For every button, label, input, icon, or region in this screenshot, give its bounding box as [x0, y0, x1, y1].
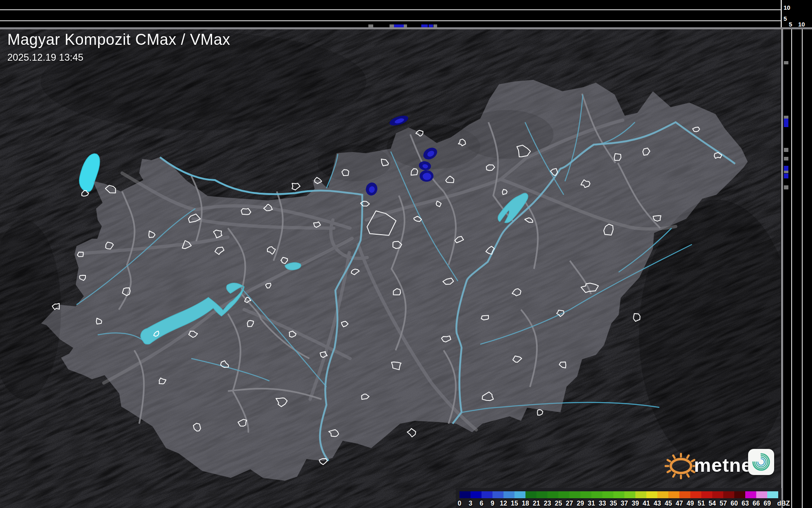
- top-profile-panel: [0, 0, 781, 27]
- colorbar-block: [547, 491, 558, 498]
- timestamp: 2025.12.19 13:45: [7, 52, 230, 63]
- colorbar-block: [723, 491, 734, 498]
- top-axis-label-5: 5: [784, 15, 787, 22]
- radar-echo: [420, 170, 433, 182]
- colorbar-block: [471, 491, 482, 498]
- panel-corner-border: [781, 0, 782, 27]
- colorbar-block: [569, 491, 580, 498]
- colorbar-block: [745, 491, 756, 498]
- top-panel-echo-mark: [394, 24, 404, 27]
- colorbar-block: [657, 491, 668, 498]
- colorbar-block: [635, 491, 646, 498]
- sun-icon: [665, 447, 696, 484]
- colorbar-block: [514, 491, 525, 498]
- top-gridline-5km: [0, 20, 781, 21]
- colorbar-block: [756, 491, 767, 498]
- panel-separator: [0, 27, 812, 29]
- colorbar-block: [536, 491, 547, 498]
- top-panel-echo-mark: [433, 24, 437, 27]
- colorbar-block: [482, 491, 492, 498]
- cyclone-spiral-icon: [748, 449, 774, 475]
- metnet-app-icon: [748, 449, 774, 475]
- title-block: Magyar Kompozit CMax / VMax 2025.12.19 1…: [7, 31, 230, 63]
- right-axis-label-5: 5: [789, 21, 792, 27]
- colorbar-block: [734, 491, 745, 498]
- colorbar-block: [668, 491, 679, 498]
- colorbar-block: [580, 491, 591, 498]
- right-gridline-10km: [802, 29, 803, 508]
- colorbar-block: [613, 491, 624, 498]
- radar-screen: 10 5 5 10 Magyar Kompozit CMax / VMax 20…: [0, 0, 812, 508]
- colorbar-block: [646, 491, 657, 498]
- right-axis-label-10: 10: [798, 21, 805, 27]
- top-panel-echo-mark: [404, 24, 407, 27]
- colorbar-block: [460, 491, 471, 498]
- top-panel-echo-mark: [421, 24, 428, 27]
- top-axis-label-10: 10: [784, 4, 790, 11]
- colorbar-tick-label: 69: [760, 500, 774, 507]
- top-panel-echo-mark: [429, 24, 433, 27]
- colorbar-block: [492, 491, 503, 498]
- colorbar-block: [712, 491, 723, 498]
- colorbar-block: [558, 491, 569, 498]
- right-panel-echo-mark: [784, 119, 788, 127]
- right-panel-echo-mark: [784, 157, 788, 161]
- colorbar-block: [503, 491, 514, 498]
- colorbar-block: [767, 491, 778, 498]
- colorbar-block: [679, 491, 690, 498]
- right-panel-echo-mark: [784, 61, 788, 64]
- right-panel-echo-mark: [784, 116, 788, 119]
- right-profile-panel: [783, 0, 812, 508]
- top-gridline-10km: [0, 9, 781, 10]
- colorbar-block: [701, 491, 712, 498]
- colorbar-block: [690, 491, 701, 498]
- colorbar-block: [525, 491, 536, 498]
- colorbar-block: [624, 491, 635, 498]
- colorbar-unit: dBZ: [775, 500, 792, 507]
- right-panel-echo-mark: [784, 148, 788, 152]
- right-panel-echo-mark: [784, 174, 788, 178]
- right-panel-echo-mark: [784, 166, 788, 171]
- radar-map: [0, 29, 781, 508]
- top-panel-echo-mark: [390, 24, 394, 27]
- right-gridline-5km: [791, 29, 792, 508]
- map-svg: [0, 29, 781, 508]
- colorbar-block: [602, 491, 613, 498]
- map-right-border: [781, 29, 783, 508]
- metnet-logo[interactable]: metnet: [665, 447, 779, 484]
- colorbar-block: [591, 491, 602, 498]
- right-panel-echo-mark: [784, 185, 788, 189]
- dbz-colorbar: 0369121518212325272931333537394143454749…: [456, 488, 781, 508]
- top-panel-echo-mark: [368, 24, 373, 27]
- right-panel-echo-mark: [784, 171, 788, 173]
- page-title: Magyar Kompozit CMax / VMax: [7, 31, 230, 48]
